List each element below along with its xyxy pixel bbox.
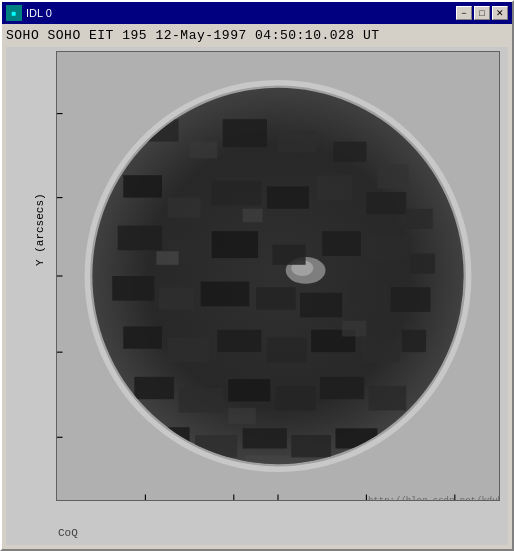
svg-rect-23 xyxy=(272,245,305,265)
svg-rect-37 xyxy=(267,338,307,363)
svg-rect-17 xyxy=(405,209,433,229)
svg-rect-30 xyxy=(256,287,296,309)
title-buttons: − □ ✕ xyxy=(456,6,508,20)
svg-rect-43 xyxy=(134,377,174,399)
svg-rect-48 xyxy=(369,386,407,411)
svg-rect-6 xyxy=(190,142,218,159)
svg-rect-16 xyxy=(366,192,406,214)
svg-rect-10 xyxy=(377,164,408,189)
close-button[interactable]: ✕ xyxy=(492,6,508,20)
svg-rect-46 xyxy=(276,386,316,411)
svg-rect-56 xyxy=(243,209,263,222)
svg-rect-20 xyxy=(212,231,258,258)
svg-rect-36 xyxy=(217,330,261,352)
plot-area: Y (arcsecs) xyxy=(6,47,508,545)
svg-rect-8 xyxy=(278,130,317,152)
svg-rect-47 xyxy=(320,377,364,399)
svg-rect-32 xyxy=(350,282,388,304)
window-title: IDL 0 xyxy=(26,7,456,19)
svg-rect-12 xyxy=(168,198,201,218)
svg-rect-9 xyxy=(333,142,366,162)
svg-rect-13 xyxy=(212,181,262,206)
svg-rect-39 xyxy=(361,338,400,363)
image-header: SOHO SOHO EIT 195 12-May-1997 04:50:10.0… xyxy=(6,28,508,43)
svg-rect-33 xyxy=(391,287,431,312)
svg-rect-24 xyxy=(322,231,361,256)
svg-rect-18 xyxy=(118,226,162,251)
title-bar: ■ IDL 0 − □ ✕ xyxy=(2,2,512,24)
svg-rect-28 xyxy=(159,287,194,309)
svg-rect-27 xyxy=(112,276,154,301)
coq-label: CoQ xyxy=(58,527,78,539)
svg-rect-58 xyxy=(228,408,256,424)
svg-rect-11 xyxy=(123,175,162,197)
y-axis-label: Y (arcsecs) xyxy=(34,206,46,266)
minimize-button[interactable]: − xyxy=(456,6,472,20)
svg-rect-40 xyxy=(402,330,426,352)
svg-rect-51 xyxy=(243,428,287,448)
plot-frame: 1000 500 0 -500 -1000 -1000 -500 0 500 1… xyxy=(56,51,500,501)
svg-rect-55 xyxy=(156,251,178,264)
app-icon: ■ xyxy=(6,5,22,21)
svg-rect-7 xyxy=(223,119,267,147)
svg-rect-45 xyxy=(228,379,270,401)
svg-rect-29 xyxy=(201,282,250,307)
svg-rect-15 xyxy=(317,175,352,200)
svg-rect-26 xyxy=(411,254,435,274)
svg-rect-31 xyxy=(300,293,342,318)
main-window: ■ IDL 0 − □ ✕ SOHO SOHO EIT 195 12-May-1… xyxy=(0,0,514,551)
svg-rect-14 xyxy=(267,186,309,208)
watermark: http://blog.csdn.net/kdyh xyxy=(368,496,500,501)
solar-image xyxy=(57,52,499,500)
window-content: SOHO SOHO EIT 195 12-May-1997 04:50:10.0… xyxy=(2,24,512,549)
svg-rect-25 xyxy=(366,237,408,259)
svg-rect-35 xyxy=(168,338,210,363)
svg-rect-52 xyxy=(291,435,331,457)
svg-rect-34 xyxy=(123,326,162,348)
maximize-button[interactable]: □ xyxy=(474,6,490,20)
svg-rect-57 xyxy=(342,321,366,337)
svg-rect-44 xyxy=(179,388,223,413)
